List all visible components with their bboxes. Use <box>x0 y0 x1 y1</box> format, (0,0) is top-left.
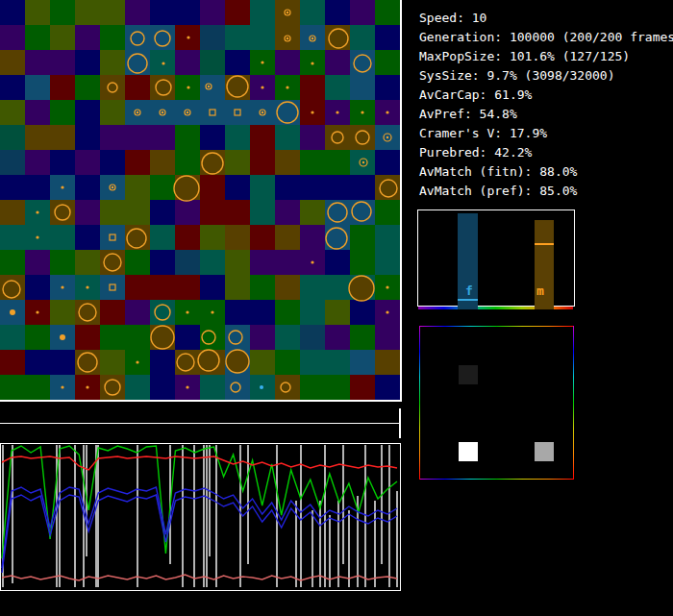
agent-disc <box>349 276 374 301</box>
agent-dot <box>286 86 288 88</box>
terrain-cell <box>100 150 125 175</box>
terrain-cell <box>225 175 250 200</box>
terrain-cell <box>0 25 25 50</box>
terrain-cell <box>75 325 100 350</box>
terrain-cell <box>200 325 225 350</box>
terrain-cell <box>125 125 150 150</box>
terrain-cell <box>75 0 100 25</box>
terrain-cell <box>300 0 325 25</box>
agent-dot <box>361 111 363 113</box>
terrain-cell <box>200 25 225 50</box>
terrain-cell <box>275 225 300 250</box>
male-bar-label: m <box>536 283 544 298</box>
terrain-cell <box>175 125 200 150</box>
frame-timeline-track[interactable] <box>0 423 401 424</box>
stat-line-2: MaxPopSize: 101.6% (127/125) <box>419 49 630 63</box>
terrain-cell <box>175 0 200 25</box>
terrain-cell <box>325 350 350 375</box>
terrain-cell <box>125 75 150 100</box>
terrain-cell <box>225 375 250 400</box>
terrain-cell <box>325 150 350 175</box>
terrain-cell <box>300 300 325 325</box>
agent-dot <box>61 285 63 288</box>
terrain-cell <box>125 175 150 200</box>
terrain-cell <box>225 300 250 325</box>
terrain-cell <box>25 325 50 350</box>
terrain-cell <box>50 350 75 375</box>
terrain-cell <box>275 375 300 400</box>
terrain-cell <box>225 150 250 175</box>
stat-line-0: Speed: 10 <box>419 11 486 25</box>
matrix-border-left <box>419 326 420 480</box>
frame-timeline-cursor[interactable] <box>399 408 401 438</box>
terrain-cell <box>325 300 350 325</box>
terrain-cell <box>100 75 125 100</box>
terrain-cell <box>75 25 100 50</box>
agent-dot <box>36 235 38 238</box>
terrain-cell <box>250 300 275 325</box>
terrain-cell <box>150 150 175 175</box>
terrain-cell <box>100 375 125 400</box>
terrain-cell <box>175 200 200 225</box>
terrain-cell <box>0 375 25 400</box>
terrain-cell <box>300 375 325 400</box>
terrain-cell <box>325 0 350 25</box>
terrain-cell <box>200 50 225 75</box>
terrain-cell <box>325 200 350 225</box>
matrix-cell-1 <box>459 442 478 461</box>
terrain-cell <box>200 100 225 125</box>
terrain-cell <box>0 325 25 350</box>
agent-donut-core <box>208 86 210 87</box>
terrain-cell <box>100 125 125 150</box>
terrain-cell <box>50 250 75 275</box>
agent-donut-core <box>287 12 288 13</box>
female-median-marker <box>458 299 478 301</box>
simulation-window: Speed: 10Generation: 100000 (200/200 fra… <box>0 0 673 616</box>
terrain-cell <box>50 225 75 250</box>
agent-dot <box>211 310 213 313</box>
terrain-cell <box>0 200 25 225</box>
stat-line-7: Purebred: 42.2% <box>419 145 532 160</box>
terrain-cell <box>225 125 250 150</box>
agent-dot <box>187 86 189 88</box>
terrain-cell <box>350 0 375 25</box>
terrain-cell <box>0 150 25 175</box>
terrain-cell <box>100 200 125 225</box>
agent-disc <box>198 350 219 371</box>
terrain-cell <box>300 325 325 350</box>
terrain-cell <box>75 100 100 125</box>
stat-line-1: Generation: 100000 (200/200 frames) <box>419 30 673 44</box>
terrain-cell <box>150 300 175 325</box>
terrain-cell <box>125 0 150 25</box>
terrain-cell <box>300 350 325 375</box>
agent-dot <box>311 111 313 113</box>
agent-dot <box>261 86 263 88</box>
agent-dot <box>86 385 88 388</box>
stat-line-6: Cramer's V: 17.9% <box>419 126 547 140</box>
terrain-cell <box>325 50 350 75</box>
agent-dot <box>136 360 138 363</box>
history-chart-border <box>1 444 401 591</box>
agent-dot <box>311 62 313 64</box>
terrain-cell <box>175 325 200 350</box>
terrain-cell <box>275 350 300 375</box>
terrain-cell <box>25 75 50 100</box>
terrain-cell <box>275 275 300 300</box>
terrain-cell <box>350 325 375 350</box>
terrain-cell <box>75 125 100 150</box>
agent-dot <box>336 111 338 113</box>
terrain-cell <box>0 50 25 75</box>
world-grid <box>0 0 401 401</box>
terrain-cell <box>275 250 300 275</box>
terrain-cell <box>100 275 125 300</box>
terrain-cell <box>175 225 200 250</box>
agent-dot <box>386 310 388 313</box>
stat-line-4: AvCarCap: 61.9% <box>419 87 532 102</box>
terrain-cell <box>275 100 300 125</box>
agent-donut-core <box>112 186 113 188</box>
agent-dot <box>162 62 164 64</box>
terrain-cell <box>100 300 125 325</box>
terrain-cell <box>0 250 25 275</box>
terrain-cell <box>275 200 300 225</box>
agent-dot <box>86 285 88 288</box>
